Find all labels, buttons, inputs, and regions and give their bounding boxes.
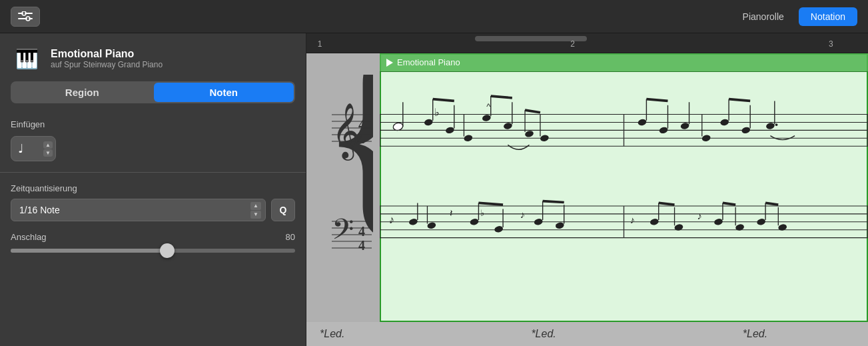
- svg-point-71: [741, 126, 751, 134]
- quant-down-arrow[interactable]: ▼: [250, 211, 261, 219]
- svg-line-73: [729, 99, 750, 101]
- ruler-mark-1: 1: [318, 39, 322, 49]
- top-bar: Pianorolle Notation: [0, 0, 868, 33]
- svg-point-49: [482, 114, 492, 122]
- note-up-arrow[interactable]: ▲: [43, 141, 53, 149]
- svg-point-109: [756, 218, 766, 226]
- svg-text:♪: ♪: [697, 211, 701, 221]
- svg-point-55: [524, 130, 534, 138]
- svg-line-48: [433, 99, 454, 101]
- segment-control: Region Noten: [11, 81, 295, 103]
- svg-point-44: [445, 126, 455, 134]
- svg-point-60: [638, 118, 648, 126]
- ruler: 1 2 3: [306, 33, 868, 53]
- svg-point-57: [540, 134, 550, 142]
- svg-point-46: [463, 134, 473, 142]
- pianoroll-tab[interactable]: Pianorolle: [731, 7, 796, 26]
- svg-text:.: .: [631, 216, 632, 222]
- instrument-name: Emotional Piano: [51, 48, 163, 60]
- note-down-arrow[interactable]: ▼: [43, 149, 53, 157]
- svg-line-54: [491, 96, 512, 98]
- velocity-slider-fill: [11, 249, 167, 253]
- quantization-selector[interactable]: 1/16 Note ▲ ▼: [11, 199, 266, 221]
- svg-text:♭: ♭: [480, 209, 484, 218]
- note-stepper: ▲ ▼: [43, 141, 53, 157]
- quantization-row: 1/16 Note ▲ ▼ Q: [11, 199, 295, 221]
- svg-rect-4: [29, 18, 33, 19]
- velocity-slider-track[interactable]: [11, 249, 295, 253]
- svg-point-79: [408, 218, 418, 226]
- note-selector[interactable]: ♩ ▲ ▼: [11, 136, 56, 161]
- top-bar-left: [11, 7, 40, 27]
- svg-point-69: [719, 118, 729, 126]
- instrument-subtitle: auf Spur Steinway Grand Piano: [51, 60, 163, 69]
- svg-point-41: [424, 118, 434, 126]
- svg-point-67: [701, 134, 711, 142]
- svg-point-52: [503, 122, 513, 130]
- svg-point-91: [534, 218, 544, 226]
- notation-tab[interactable]: Notation: [799, 7, 857, 26]
- notation-svg: ♭ ^: [380, 53, 868, 322]
- velocity-label: Anschlag: [11, 232, 46, 242]
- instrument-header: 🎹 Emotional Piano auf Spur Steinway Gran…: [0, 33, 306, 81]
- svg-text:♪: ♪: [520, 209, 525, 220]
- velocity-value: 80: [286, 232, 295, 242]
- svg-text:♭: ♭: [434, 106, 440, 119]
- svg-point-100: [674, 223, 684, 231]
- notes-button[interactable]: Noten: [154, 83, 294, 102]
- svg-point-104: [713, 218, 723, 226]
- svg-point-93: [555, 221, 565, 229]
- pedal-mark-2: *Led.: [531, 328, 556, 340]
- pedal-mark-3: *Led.: [743, 328, 767, 340]
- svg-text:4: 4: [358, 117, 365, 132]
- quantization-section: Zeitquantisierung 1/16 Note ▲ ▼ Q: [0, 181, 306, 224]
- notation-area: Emotional Piano: [380, 53, 868, 322]
- svg-line-89: [478, 203, 503, 205]
- svg-text:.: .: [390, 216, 392, 223]
- divider-1: [0, 172, 306, 173]
- smart-controls-button[interactable]: [11, 7, 40, 27]
- svg-text:4: 4: [358, 238, 365, 253]
- svg-line-95: [543, 201, 564, 203]
- velocity-row: Anschlag 80: [11, 232, 295, 242]
- velocity-slider-thumb[interactable]: [160, 243, 175, 258]
- svg-line-108: [723, 203, 735, 205]
- quantization-arrows: ▲ ▼: [250, 202, 261, 219]
- pedal-mark-1: *Led.: [320, 328, 344, 340]
- quantization-value: 1/16 Note: [19, 205, 60, 215]
- svg-point-98: [650, 218, 659, 226]
- svg-point-84: [470, 218, 480, 226]
- sheet-wrapper: { 𝄞 4 4: [306, 53, 868, 322]
- svg-text:𝄞: 𝄞: [332, 103, 360, 161]
- region-button[interactable]: Region: [12, 83, 153, 102]
- top-bar-right: Pianorolle Notation: [731, 7, 857, 26]
- svg-line-102: [659, 203, 675, 205]
- svg-point-62: [659, 126, 669, 134]
- svg-point-65: [680, 122, 690, 130]
- svg-point-81: [427, 221, 437, 229]
- instrument-icon: 🎹: [11, 43, 43, 75]
- main-content: 🎹 Emotional Piano auf Spur Steinway Gran…: [0, 33, 868, 346]
- quant-up-arrow[interactable]: ▲: [250, 202, 261, 210]
- ruler-mark-2: 2: [570, 39, 575, 49]
- svg-text:4: 4: [358, 224, 365, 239]
- svg-point-87: [494, 225, 504, 233]
- svg-point-111: [777, 223, 787, 231]
- svg-line-113: [765, 203, 778, 205]
- insert-control: ♩ ▲ ▼: [0, 133, 306, 172]
- right-area: 1 2 3 { 𝄞: [306, 33, 868, 346]
- quantization-label: Zeitquantisierung: [11, 183, 295, 193]
- pedal-area: *Led. *Led. *Led.: [306, 322, 868, 346]
- clef-svg: { 𝄞 4 4: [313, 75, 373, 315]
- instrument-info: Emotional Piano auf Spur Steinway Grand …: [51, 48, 163, 69]
- svg-point-106: [735, 223, 745, 231]
- q-button[interactable]: Q: [271, 199, 295, 221]
- ruler-mark-3: 3: [829, 39, 833, 49]
- svg-text:4: 4: [358, 131, 365, 146]
- svg-point-75: [775, 123, 778, 126]
- note-symbol: ♩: [18, 141, 23, 156]
- clef-area: { 𝄞 4 4: [306, 53, 380, 322]
- insert-label: Einfügen: [0, 114, 306, 133]
- svg-line-59: [525, 110, 540, 113]
- svg-point-74: [765, 122, 775, 130]
